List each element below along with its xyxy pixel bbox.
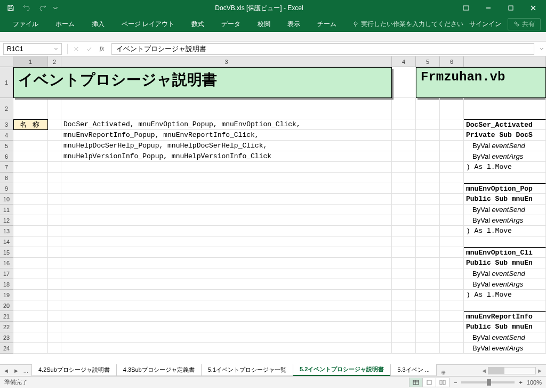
- cell[interactable]: [392, 322, 416, 332]
- cell[interactable]: [416, 205, 440, 215]
- cell[interactable]: [392, 194, 416, 205]
- code-cell[interactable]: mnuEnvReportInfo: [464, 311, 546, 322]
- cell[interactable]: [416, 279, 440, 290]
- cell[interactable]: [61, 258, 392, 268]
- ribbon-display-icon[interactable]: [455, 1, 477, 15]
- cell[interactable]: [416, 226, 440, 236]
- tab-page-layout[interactable]: ページ レイアウト: [114, 17, 182, 32]
- cell[interactable]: [392, 205, 416, 215]
- code-cell[interactable]: ByVal eventSend: [464, 332, 546, 343]
- code-cell[interactable]: ) As l.Move: [464, 226, 546, 236]
- row-header[interactable]: 23: [0, 332, 13, 343]
- col-header-5[interactable]: 5: [416, 56, 440, 67]
- cell[interactable]: [416, 290, 440, 300]
- zoom-thumb[interactable]: [487, 379, 491, 386]
- cell[interactable]: [48, 279, 61, 290]
- zoom-out-button[interactable]: −: [454, 379, 457, 386]
- col-header-1[interactable]: 1: [13, 56, 48, 67]
- sheet-tab[interactable]: 4.3Subプロシージャ定義書: [116, 364, 202, 376]
- cell[interactable]: [392, 226, 416, 236]
- row-header[interactable]: 8: [0, 173, 13, 183]
- cell[interactable]: [440, 343, 464, 354]
- cell[interactable]: [13, 162, 48, 173]
- cell[interactable]: [13, 205, 48, 215]
- cell[interactable]: [13, 300, 48, 311]
- cell[interactable]: [61, 162, 392, 173]
- cell[interactable]: mnuHelpVersionInfo_Popup, mnuHelpVersion…: [61, 151, 392, 162]
- cell[interactable]: [392, 151, 416, 162]
- cell[interactable]: [392, 311, 416, 322]
- page-break-view-button[interactable]: [436, 378, 449, 387]
- cell[interactable]: [416, 130, 440, 141]
- cell[interactable]: [48, 290, 61, 300]
- cell[interactable]: [416, 268, 440, 279]
- row-header[interactable]: 12: [0, 215, 13, 226]
- cell[interactable]: [392, 247, 416, 258]
- code-cell[interactable]: ) As l.Move: [464, 290, 546, 300]
- cell[interactable]: [416, 119, 440, 130]
- row-header[interactable]: 2: [0, 98, 13, 119]
- cell[interactable]: [416, 236, 440, 247]
- cell[interactable]: [416, 322, 440, 332]
- cell[interactable]: [48, 141, 61, 151]
- sheet-tab-active[interactable]: 5.2イベントプロシージャ説明書: [293, 364, 391, 376]
- cell[interactable]: [13, 258, 48, 268]
- tab-review[interactable]: 校閲: [250, 17, 278, 32]
- tab-formulas[interactable]: 数式: [184, 17, 212, 32]
- tab-view[interactable]: 表示: [280, 17, 308, 32]
- code-cell[interactable]: [464, 236, 546, 247]
- tab-insert[interactable]: 挿入: [84, 17, 112, 32]
- enter-formula-icon[interactable]: [83, 43, 95, 55]
- cell[interactable]: [416, 215, 440, 226]
- cell[interactable]: [61, 268, 392, 279]
- new-sheet-button[interactable]: ⊕: [438, 369, 449, 376]
- code-cell[interactable]: Public Sub mnuEn: [464, 194, 546, 205]
- cell[interactable]: [13, 268, 48, 279]
- code-cell[interactable]: [464, 300, 546, 311]
- maximize-button[interactable]: [500, 1, 521, 15]
- cell[interactable]: [48, 300, 61, 311]
- tab-home[interactable]: ホーム: [48, 17, 82, 32]
- cell[interactable]: [61, 236, 392, 247]
- tell-me-box[interactable]: 実行したい作業を入力してください: [352, 20, 463, 29]
- zoom-in-button[interactable]: +: [519, 379, 522, 386]
- cell[interactable]: [440, 141, 464, 151]
- cell[interactable]: [48, 236, 61, 247]
- cell[interactable]: [392, 173, 416, 183]
- code-cell[interactable]: ByVal eventArgs: [464, 215, 546, 226]
- row-header[interactable]: 4: [0, 130, 13, 141]
- col-header-2[interactable]: 2: [48, 56, 61, 67]
- expand-formula-bar-icon[interactable]: [537, 46, 546, 52]
- cell[interactable]: [13, 279, 48, 290]
- cell[interactable]: [13, 290, 48, 300]
- cell[interactable]: [392, 343, 416, 354]
- zoom-slider[interactable]: [461, 381, 515, 383]
- cell[interactable]: [392, 236, 416, 247]
- sheet-tab[interactable]: 4.2Subプロシージャ説明書: [31, 364, 117, 376]
- tab-file[interactable]: ファイル: [5, 17, 46, 32]
- cell[interactable]: mnuHelpDocSerHelp_Popup, mnuHelpDocSerHe…: [61, 141, 392, 151]
- cell[interactable]: [48, 247, 61, 258]
- cell[interactable]: [48, 130, 61, 141]
- title-cell-main[interactable]: イベントプロシージャ説明書: [13, 67, 392, 98]
- cell[interactable]: [61, 322, 392, 332]
- code-cell[interactable]: ByVal eventArgs: [464, 279, 546, 290]
- cell[interactable]: [416, 343, 440, 354]
- cell[interactable]: [61, 215, 392, 226]
- cell[interactable]: [48, 162, 61, 173]
- cancel-formula-icon[interactable]: [70, 43, 83, 55]
- cell[interactable]: [392, 258, 416, 268]
- cell[interactable]: mnuEnvReportInfo_Popup, mnuEnvReportInfo…: [61, 130, 392, 141]
- row-header[interactable]: 24: [0, 343, 13, 354]
- cell[interactable]: [48, 205, 61, 215]
- undo-icon[interactable]: [20, 2, 33, 14]
- cell[interactable]: [61, 290, 392, 300]
- cell[interactable]: [392, 98, 416, 119]
- cell[interactable]: [61, 247, 392, 258]
- code-cell[interactable]: DocSer_Activated: [464, 119, 546, 130]
- cell[interactable]: [61, 343, 392, 354]
- close-button[interactable]: [523, 1, 544, 15]
- cell[interactable]: [392, 141, 416, 151]
- cell[interactable]: [13, 141, 48, 151]
- row-header[interactable]: 22: [0, 322, 13, 332]
